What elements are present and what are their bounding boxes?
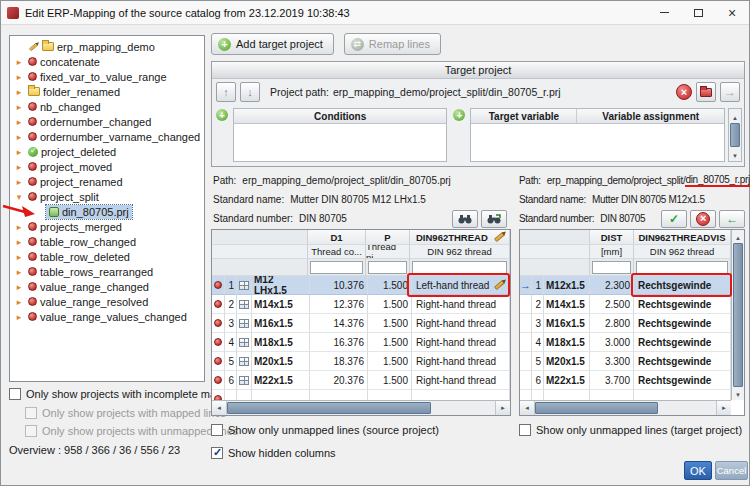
- scroll-up-icon[interactable]: [735, 231, 741, 242]
- move-up-button[interactable]: [216, 82, 236, 102]
- tree-item-din_80705.prj[interactable]: din_80705.prj: [10, 204, 204, 219]
- filter-input-d1[interactable]: [310, 261, 363, 274]
- add-variable-button[interactable]: [453, 109, 465, 121]
- expand-icon[interactable]: [13, 102, 25, 112]
- column-header-threadvis[interactable]: DIN962THREADVIS: [634, 230, 731, 245]
- source-table-row-5[interactable]: 5M20x1.518.3761.500Right-hand thread: [212, 352, 510, 371]
- delete-project-button[interactable]: [696, 82, 716, 102]
- target-table-row-3[interactable]: 3M16x1.52.800Rechtsgewinde: [520, 314, 731, 333]
- add-target-project-button[interactable]: Add target project: [211, 33, 334, 55]
- expand-icon[interactable]: [13, 162, 25, 172]
- source-table-row-6[interactable]: 6M22x1.520.3761.500Right-hand thread: [212, 371, 510, 390]
- expand-icon[interactable]: [13, 147, 25, 157]
- tree-item-project_split[interactable]: project_split: [10, 189, 204, 204]
- tree-item-project_renamed[interactable]: project_renamed: [10, 174, 204, 189]
- filter-input-threadvis[interactable]: [636, 261, 728, 274]
- remap-lines-button[interactable]: Remap lines: [344, 33, 441, 55]
- source-table-row-3[interactable]: 3M16x1.514.3761.500Right-hand thread: [212, 314, 510, 333]
- tree-item-nb_changed[interactable]: nb_changed: [10, 99, 204, 114]
- scroll-track[interactable]: [227, 401, 495, 415]
- tree-item-ordernumber_varname_changed[interactable]: ordernumber_varname_changed: [10, 129, 204, 144]
- expand-icon[interactable]: [13, 282, 25, 292]
- target-table-row-5[interactable]: 5M20x1.53.300Rechtsgewinde: [520, 352, 731, 371]
- filter-input-dist[interactable]: [592, 261, 631, 274]
- tree-item-value_range_changed[interactable]: value_range_changed: [10, 279, 204, 294]
- tree-item-fixed_var_to_value_range[interactable]: fixed_var_to_value_range: [10, 69, 204, 84]
- expand-icon[interactable]: [13, 87, 25, 97]
- column-header-dist[interactable]: DIST: [590, 230, 634, 245]
- target-table-row-2[interactable]: 2M14x1.52.500Rechtsgewinde: [520, 295, 731, 314]
- tree-item-table_row_deleted[interactable]: table_row_deleted: [10, 249, 204, 264]
- reject-mapping-button[interactable]: [690, 210, 716, 228]
- tree-item-project_moved[interactable]: project_moved: [10, 159, 204, 174]
- add-condition-button[interactable]: [216, 109, 228, 121]
- accept-mapping-button[interactable]: [661, 210, 687, 228]
- tree-item-ordernumber_changed[interactable]: ordernumber_changed: [10, 114, 204, 129]
- tree-item-table_rows_rearranged[interactable]: table_rows_rearranged: [10, 264, 204, 279]
- tree-item-table_row_changed[interactable]: table_row_changed: [10, 234, 204, 249]
- column-header-p[interactable]: P: [366, 230, 410, 245]
- column-header-thread[interactable]: DIN962THREAD: [410, 230, 510, 245]
- tree-item-project_deleted[interactable]: project_deleted: [10, 144, 204, 159]
- scroll-left-icon[interactable]: [520, 401, 535, 415]
- edit-column-icon[interactable]: [494, 232, 505, 242]
- expand-icon[interactable]: [13, 312, 25, 322]
- close-button[interactable]: [715, 1, 749, 24]
- target-table-row-4[interactable]: 4M18x1.53.000Rechtsgewinde: [520, 333, 731, 352]
- target-panel-scrollbar[interactable]: [728, 108, 742, 162]
- filter-input-thread[interactable]: [412, 261, 507, 274]
- scroll-thumb[interactable]: [535, 402, 658, 414]
- edit-cell-icon[interactable]: [494, 280, 505, 290]
- collapse-icon[interactable]: [13, 192, 25, 202]
- source-table-hscrollbar[interactable]: [212, 400, 510, 415]
- scroll-track[interactable]: [535, 401, 716, 415]
- source-table-row-2[interactable]: 2M14x1.512.3761.500Right-hand thread: [212, 295, 510, 314]
- checkbox-mapped-lines[interactable]: Only show projects with mapped lines: [25, 407, 226, 419]
- target-table-vscrollbar[interactable]: [731, 230, 744, 400]
- filter-input-p[interactable]: [368, 261, 407, 274]
- column-header-d1[interactable]: D1: [308, 230, 366, 245]
- scroll-down-icon[interactable]: [735, 388, 741, 399]
- target-table-row-1[interactable]: 1M12x1.52.300Rechtsgewinde: [520, 276, 731, 295]
- ok-button[interactable]: OK: [684, 461, 712, 480]
- source-table-row-1[interactable]: 1M12 LHx1.510.3761.500Left-hand thread: [212, 276, 510, 295]
- scroll-right-icon[interactable]: [716, 401, 731, 415]
- target-table-hscrollbar[interactable]: [520, 400, 731, 415]
- scroll-thumb[interactable]: [227, 402, 431, 414]
- find-mapped-line-button[interactable]: [481, 210, 507, 228]
- cell-thread[interactable]: Left-hand thread: [412, 276, 510, 295]
- back-to-source-button[interactable]: [719, 210, 745, 228]
- expand-icon[interactable]: [13, 72, 25, 82]
- target-table-row-6[interactable]: 6M22x1.53.700Rechtsgewinde: [520, 371, 731, 390]
- expand-icon[interactable]: [13, 132, 25, 142]
- source-table-row-4[interactable]: 4M18x1.516.3761.500Right-hand thread: [212, 333, 510, 352]
- find-line-button[interactable]: [452, 210, 478, 228]
- scroll-right-icon[interactable]: [495, 401, 510, 415]
- checkbox-unmapped-lines[interactable]: Only show projects with unmapped lines: [25, 425, 238, 437]
- expand-icon[interactable]: [13, 57, 25, 67]
- remove-target-project-button[interactable]: [676, 84, 692, 100]
- expand-icon[interactable]: [13, 252, 25, 262]
- checkbox-source-unmapped[interactable]: Show only unmapped lines (source project…: [211, 424, 439, 436]
- checkbox-show-hidden-columns[interactable]: Show hidden columns: [211, 447, 336, 459]
- goto-project-button[interactable]: [720, 82, 740, 102]
- minimize-button[interactable]: [647, 1, 681, 24]
- scroll-thumb[interactable]: [733, 243, 743, 387]
- tree-item-folder_renamed[interactable]: folder_renamed: [10, 84, 204, 99]
- checkbox-target-unmapped[interactable]: Show only unmapped lines (target project…: [519, 424, 742, 436]
- scroll-left-icon[interactable]: [212, 401, 227, 415]
- tree-item-concatenate[interactable]: concatenate: [10, 54, 204, 69]
- expand-icon[interactable]: [13, 117, 25, 127]
- tree-item-value_range_resolved[interactable]: value_range_resolved: [10, 294, 204, 309]
- expand-icon[interactable]: [13, 237, 25, 247]
- move-down-button[interactable]: [240, 82, 260, 102]
- tree-item-value_range_values_changed[interactable]: value_range_values_changed: [10, 309, 204, 324]
- cancel-button[interactable]: Cancel: [715, 461, 748, 480]
- scroll-thumb[interactable]: [730, 123, 740, 147]
- expand-icon[interactable]: [13, 222, 25, 232]
- tree-item-erp_mapping_demo[interactable]: erp_mapping_demo: [10, 39, 204, 54]
- expand-icon[interactable]: [13, 267, 25, 277]
- expand-icon[interactable]: [13, 177, 25, 187]
- tree-item-projects_merged[interactable]: projects_merged: [10, 219, 204, 234]
- expand-icon[interactable]: [13, 297, 25, 307]
